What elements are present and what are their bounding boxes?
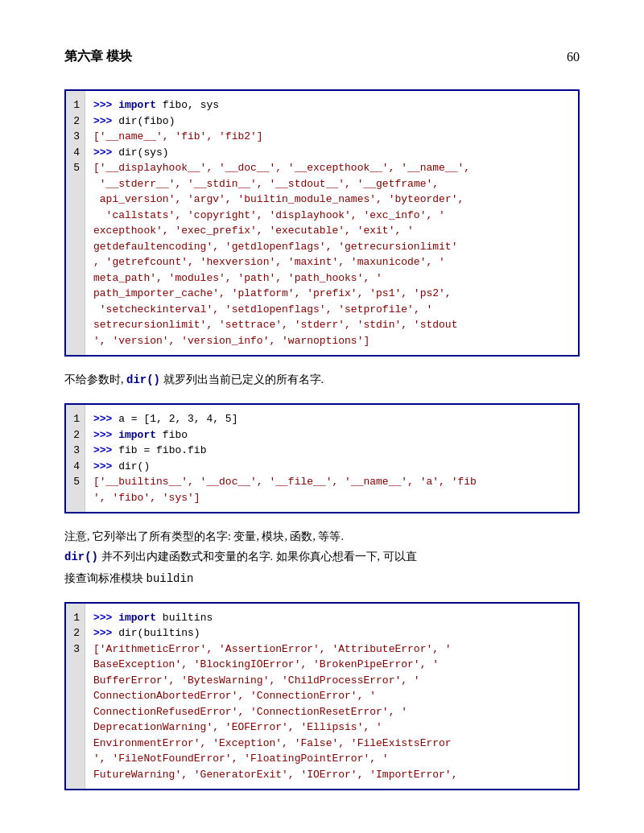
text-block-2: 注意, 它列举出了所有类型的名字: 变量, 模块, 函数, 等等. dir() … bbox=[64, 526, 580, 589]
line-numbers-3: 1 2 3 bbox=[66, 604, 85, 790]
page-number: 60 bbox=[567, 50, 580, 64]
code-content-3: >>> import builtins >>> dir(builtins) ['… bbox=[85, 604, 578, 790]
code-block-1: 1 2 3 4 5 >>> import fibo, sys >>> dir(f… bbox=[64, 89, 580, 357]
code-block-2: 1 2 3 4 5 >>> a = [1, 2, 3, 4, 5] >>> im… bbox=[64, 403, 580, 513]
line-numbers-2: 1 2 3 4 5 bbox=[66, 405, 85, 512]
code-content-2: >>> a = [1, 2, 3, 4, 5] >>> import fibo … bbox=[85, 405, 578, 512]
code-block-3: 1 2 3 >>> import builtins >>> dir(builti… bbox=[64, 602, 580, 791]
chapter-title: 第六章 模块 bbox=[64, 48, 132, 65]
line-numbers-1: 1 2 3 4 5 bbox=[66, 91, 85, 355]
text-block-1: 不给参数时, dir() 就罗列出当前已定义的所有名字. bbox=[64, 369, 580, 390]
code-content-1: >>> import fibo, sys >>> dir(fibo) ['__n… bbox=[85, 91, 578, 355]
